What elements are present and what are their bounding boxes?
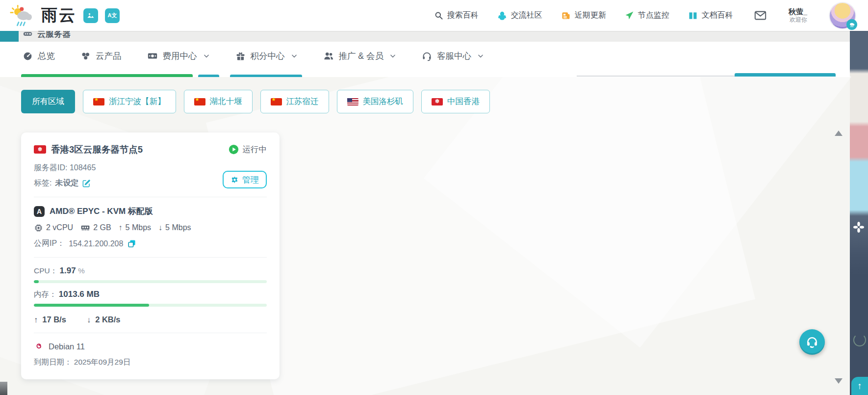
- download-speed-value: 2 KB/s: [95, 315, 120, 324]
- memory-usage-label: 内存：: [34, 290, 57, 298]
- region-hubei-shiyan[interactable]: 湖北十堰: [184, 90, 253, 113]
- tab-points-center[interactable]: 积分中心: [235, 50, 298, 62]
- nav-label: 交流社区: [511, 10, 542, 21]
- avatar[interactable]: [830, 3, 855, 28]
- server-icon: [23, 31, 33, 39]
- nav-docs-wiki[interactable]: 文档百科: [688, 10, 733, 21]
- tab-label: 费用中心: [163, 50, 197, 62]
- down-arrow-icon: ↓: [158, 223, 162, 232]
- cpu-progress-bar: [34, 280, 267, 283]
- artwork-flower-icon: [853, 222, 864, 233]
- news-icon: [561, 11, 571, 21]
- nav-label: 搜索百科: [447, 10, 479, 21]
- spec-download: ↓ 5 Mbps: [158, 223, 191, 232]
- region-us-losangeles[interactable]: 美国洛杉矶: [337, 90, 414, 113]
- region-label: 江苏宿迁: [286, 96, 319, 107]
- tab-billing-center[interactable]: 费用中心: [147, 50, 210, 62]
- nav-recent-updates[interactable]: 近期更新: [561, 10, 606, 21]
- server-id-label: 服务器ID:: [34, 163, 67, 172]
- upload-speed-value: 17 B/s: [42, 315, 66, 324]
- expiry-label: 到期日期：: [34, 358, 72, 366]
- envelope-icon: [754, 9, 767, 22]
- expiry-value: 2025年09月29日: [74, 358, 130, 366]
- chevron-down-icon: [203, 53, 210, 59]
- up-arrow-icon: ↑: [857, 381, 862, 392]
- public-ip-label: 公网IP：: [34, 238, 65, 249]
- upload-speed: ↑ 17 B/s: [34, 315, 66, 324]
- scroll-up-arrow[interactable]: [835, 131, 842, 136]
- cpu-usage-unit: %: [78, 266, 85, 275]
- region-zhejiang-ningbo[interactable]: 浙江宁波【新】: [83, 90, 176, 113]
- user-greeting: 欢迎你: [789, 16, 807, 24]
- clipped-button-teal[interactable]: [230, 75, 302, 77]
- cubes-icon: [80, 51, 91, 61]
- clipped-corner-element: [0, 382, 7, 395]
- spec-cpu: 2 vCPU: [34, 223, 73, 233]
- download-speed: ↓ 2 KB/s: [87, 315, 121, 324]
- book-icon: [688, 11, 698, 21]
- translate-button[interactable]: A文: [105, 8, 120, 23]
- manage-button[interactable]: 管理: [223, 171, 267, 188]
- divider: [34, 333, 267, 333]
- headset-icon: [422, 51, 432, 61]
- region-label: 中国香港: [447, 96, 480, 107]
- logo-text: 雨云: [41, 4, 77, 26]
- clipped-button-green[interactable]: [21, 74, 193, 77]
- region-hongkong[interactable]: 中国香港: [421, 90, 490, 113]
- flag-hk-icon: [34, 145, 46, 154]
- spec-up-value: 5 Mbps: [126, 223, 151, 232]
- flag-cn-icon: [271, 98, 282, 105]
- public-ip-row: 公网IP： 154.21.200.208: [34, 238, 267, 249]
- nav-label: 文档百科: [702, 10, 733, 21]
- clipped-button-teal[interactable]: [198, 75, 219, 77]
- chevron-down-icon: [477, 53, 484, 59]
- nav-node-monitor[interactable]: 节点监控: [625, 10, 669, 21]
- back-to-top-button[interactable]: ↑: [851, 377, 868, 395]
- tab-label: 客服中心: [437, 50, 471, 62]
- server-card: 香港3区云服务器节点5 运行中 服务器ID: 108465 标签: 未设定: [21, 132, 280, 379]
- region-all[interactable]: 所有区域: [21, 90, 75, 113]
- region-label: 浙江宁波【新】: [109, 96, 166, 107]
- tab-support-center[interactable]: 客服中心: [422, 50, 484, 62]
- expiry-row: 到期日期： 2025年09月29日: [34, 357, 267, 368]
- tab-cloud-products[interactable]: 云产品: [80, 50, 122, 62]
- tab-label: 推广 & 会员: [339, 50, 383, 62]
- flag-us-icon: [347, 98, 358, 105]
- down-arrow-icon: ↓: [87, 315, 91, 324]
- people-icon: [323, 51, 334, 61]
- spec-cpu-value: 2 vCPU: [46, 223, 73, 232]
- page-title: 云服务器: [23, 31, 71, 41]
- tab-promotion-membership[interactable]: 推广 & 会员: [323, 50, 396, 62]
- chevron-down-icon: [389, 53, 396, 59]
- memory-progress-fill: [34, 304, 149, 307]
- theme-gallery-button[interactable]: [83, 8, 98, 23]
- network-speed-row: ↑ 17 B/s ↓ 2 KB/s: [34, 315, 267, 324]
- region-jiangsu-suqian[interactable]: 江苏宿迁: [260, 90, 329, 113]
- mail-button[interactable]: [754, 9, 767, 22]
- amd-logo-icon: A: [34, 206, 45, 217]
- search-icon: [434, 11, 443, 20]
- tab-label: 云产品: [96, 50, 122, 62]
- nav-community[interactable]: 交流社区: [497, 10, 542, 21]
- cpu-usage-value: 1.97: [60, 266, 76, 275]
- clipped-button-teal[interactable]: [735, 73, 836, 77]
- copy-ip-icon[interactable]: [127, 239, 136, 248]
- banknote-icon: [147, 51, 158, 61]
- username: 秋萤_: [789, 7, 807, 17]
- public-ip-value: 154.21.200.208: [69, 239, 123, 248]
- support-chat-button[interactable]: [799, 329, 825, 355]
- scroll-down-arrow[interactable]: [835, 378, 842, 384]
- send-arrow-icon: [625, 11, 634, 20]
- edit-tag-icon[interactable]: [82, 179, 91, 188]
- manage-button-label: 管理: [242, 174, 259, 185]
- region-label: 所有区域: [32, 96, 64, 107]
- tab-overview[interactable]: 总览: [23, 50, 55, 62]
- translate-icon: A文: [108, 12, 117, 19]
- rain-cloud-logo-icon: [10, 4, 36, 27]
- up-arrow-icon: ↑: [119, 223, 123, 232]
- region-label: 湖北十堰: [210, 96, 242, 107]
- tag-value: 未设定: [55, 178, 78, 188]
- divider: [34, 197, 267, 197]
- logo[interactable]: 雨云: [10, 4, 77, 27]
- nav-search-wiki[interactable]: 搜索百科: [434, 10, 479, 21]
